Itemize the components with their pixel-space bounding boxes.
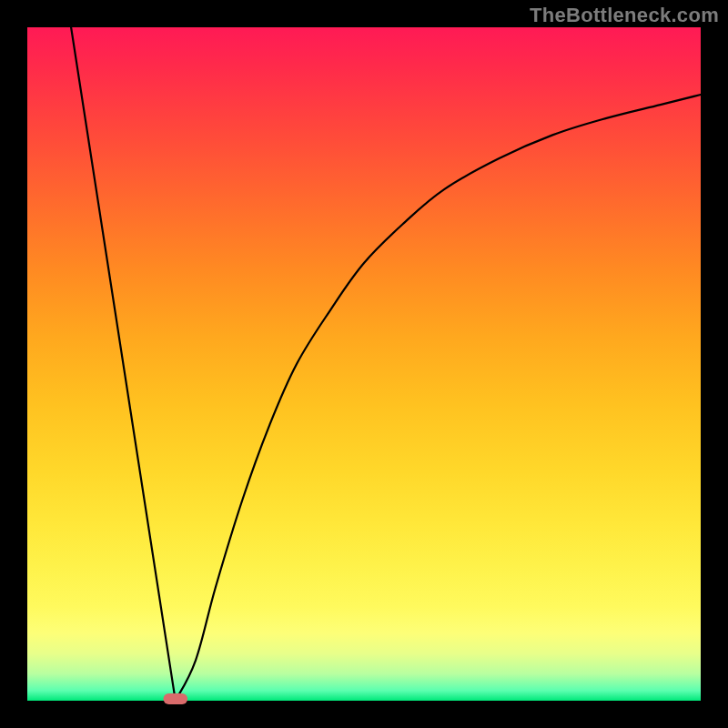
chart-container: TheBottleneck.com [0, 0, 728, 728]
chart-svg [27, 27, 701, 701]
minimum-marker [163, 693, 187, 704]
svg-rect-0 [163, 693, 187, 704]
bottleneck-curve [71, 27, 701, 701]
watermark-text: TheBottleneck.com [530, 4, 719, 27]
